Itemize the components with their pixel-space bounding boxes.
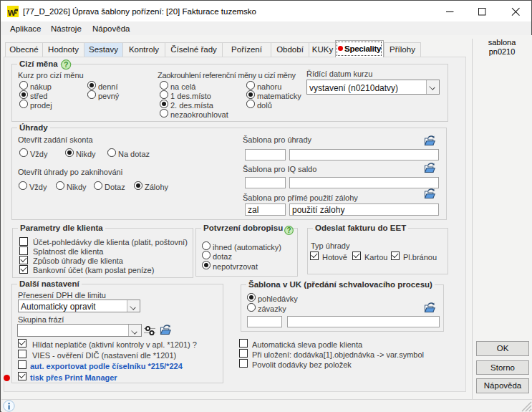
svg-text:?: ? — [64, 60, 68, 69]
svg-text:w: w — [7, 6, 16, 18]
svg-text:?: ? — [286, 226, 291, 234]
